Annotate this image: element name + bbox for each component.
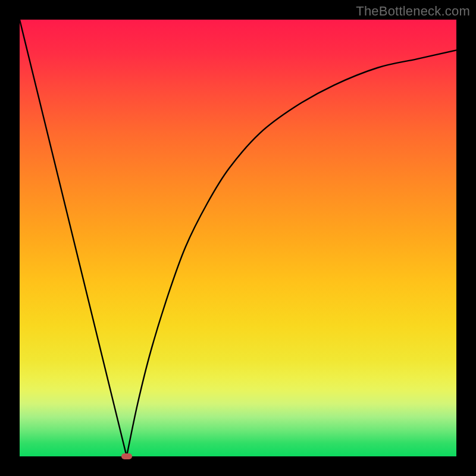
chart-plot-area [20, 20, 456, 456]
chart-frame: TheBottleneck.com [0, 0, 476, 476]
watermark-text: TheBottleneck.com [356, 4, 470, 19]
bottleneck-curve [20, 20, 456, 456]
minimum-marker [121, 453, 132, 459]
